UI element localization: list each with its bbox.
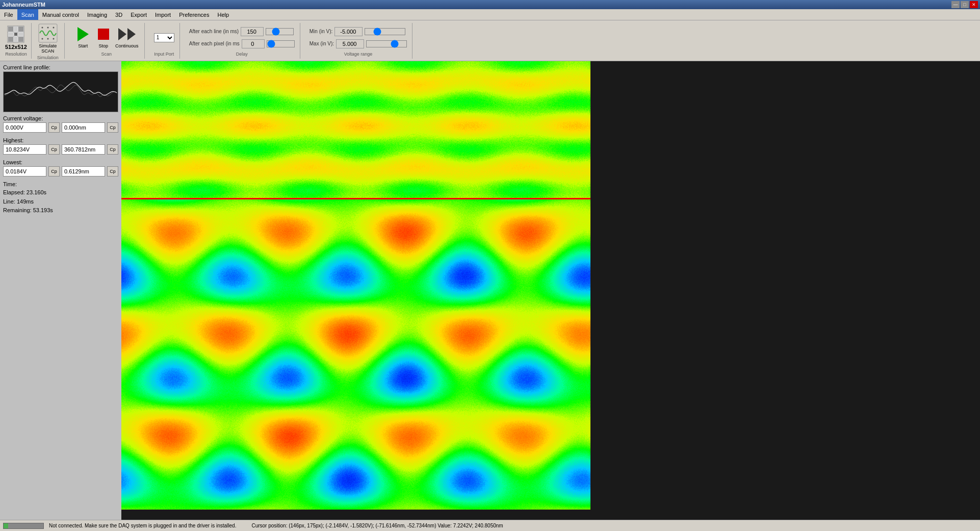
highest-cp1[interactable]: Cp xyxy=(48,144,60,155)
svg-rect-8 xyxy=(8,33,13,36)
after-pixel-row: After each pixel (in ms xyxy=(189,39,295,48)
close-button[interactable]: ✕ xyxy=(970,1,978,8)
title-text: JohanneumSTM xyxy=(2,2,45,8)
current-voltage-cp2[interactable]: Cp xyxy=(107,122,118,133)
menu-file[interactable]: File xyxy=(0,9,17,20)
highest-value2: 360.7812nm xyxy=(62,144,105,155)
scan-area[interactable] xyxy=(121,61,590,520)
window-controls: — □ ✕ xyxy=(951,1,978,8)
title-bar: JohanneumSTM — □ ✕ xyxy=(0,0,980,9)
status-text: Not connected. Make sure the DAQ system … xyxy=(49,523,236,528)
minimize-button[interactable]: — xyxy=(951,1,960,8)
line-profile-section: Current line profile: xyxy=(3,64,118,112)
min-voltage-slider[interactable] xyxy=(365,28,405,35)
simulate-icon xyxy=(38,23,58,43)
continuous-icon xyxy=(118,28,136,40)
after-pixel-input[interactable] xyxy=(242,39,265,48)
svg-point-20 xyxy=(53,38,54,39)
resolution-label: Resolution xyxy=(5,52,27,57)
simulation-group-label: Simulation xyxy=(37,55,59,60)
after-line-slider[interactable] xyxy=(266,28,294,35)
lowest-cp1[interactable]: Cp xyxy=(48,166,60,176)
max-voltage-input[interactable] xyxy=(336,39,364,48)
svg-rect-7 xyxy=(18,27,23,32)
current-voltage-row: 0.000V Cp 0.000nm Cp xyxy=(3,122,118,133)
lowest-value2: 0.6129nm xyxy=(62,166,105,176)
input-port-select[interactable]: 1 2 3 4 xyxy=(154,33,174,42)
current-voltage-label: Current voltage: xyxy=(3,115,118,121)
menu-3d[interactable]: 3D xyxy=(111,9,126,20)
stop-button[interactable]: Stop xyxy=(94,25,113,48)
lowest-row: 0.0184V Cp 0.6129nm Cp xyxy=(3,166,118,176)
progress-bar-fill xyxy=(4,523,8,528)
menu-imaging[interactable]: Imaging xyxy=(83,9,111,20)
max-label: Max (in V): xyxy=(310,41,334,46)
scan-buttons: Start Stop Continuous xyxy=(74,25,139,48)
svg-rect-9 xyxy=(14,33,17,36)
input-port-group: 1 2 3 4 Input Port xyxy=(149,23,180,59)
time-values: Elapsed: 23.160s Line: 149ms Remaining: … xyxy=(3,188,118,215)
current-voltage-value2: 0.000nm xyxy=(62,122,105,133)
scan-group: Start Stop Continuous Scan xyxy=(69,23,145,59)
current-voltage-value1: 0.000V xyxy=(3,122,46,133)
lowest-value1: 0.0184V xyxy=(3,166,46,176)
svg-rect-10 xyxy=(18,33,23,36)
status-bar: Not connected. Make sure the DAQ system … xyxy=(0,520,980,531)
start-label: Start xyxy=(78,43,88,48)
max-voltage-slider[interactable] xyxy=(366,40,407,47)
simulate-button[interactable]: SimulateSCAN xyxy=(36,23,60,55)
min-label: Min (in V): xyxy=(310,29,333,34)
menu-manual-control[interactable]: Manual control xyxy=(38,9,83,20)
min-voltage-input[interactable] xyxy=(334,27,363,36)
cursor-info: Cursor position: (146px, 175px); (-2.148… xyxy=(251,523,503,528)
right-panel xyxy=(590,61,980,520)
left-panel: Current line profile: Current voltage: 0… xyxy=(0,61,121,520)
resolution-value: 512x512 xyxy=(5,44,27,50)
menu-export[interactable]: Export xyxy=(126,9,151,20)
resolution-group: 512x512 Resolution xyxy=(3,23,32,59)
svg-rect-6 xyxy=(14,27,17,32)
svg-point-19 xyxy=(47,38,48,39)
continuous-button[interactable]: Continuous xyxy=(115,25,139,48)
menu-scan[interactable]: Scan xyxy=(17,9,38,20)
max-voltage-row: Max (in V): xyxy=(310,39,407,48)
start-icon xyxy=(78,27,89,41)
scan-group-label: Scan xyxy=(74,52,139,57)
profile-svg xyxy=(4,72,118,112)
menu-bar: File Scan Manual control Imaging 3D Expo… xyxy=(0,9,980,20)
start-button[interactable]: Start xyxy=(74,25,92,48)
simulate-label: SimulateSCAN xyxy=(39,43,57,55)
svg-rect-12 xyxy=(14,37,17,42)
after-pixel-slider[interactable] xyxy=(267,40,295,47)
simulation-group: SimulateSCAN Simulation xyxy=(36,23,65,59)
voltage-range-label: Voltage range xyxy=(310,52,407,57)
stop-label: Stop xyxy=(99,43,109,48)
remaining-time: Remaining: 53.193s xyxy=(3,206,118,215)
svg-point-15 xyxy=(41,27,43,28)
time-label: Time: xyxy=(3,181,118,187)
main-content: Current line profile: Current voltage: 0… xyxy=(0,61,980,520)
line-profile-canvas xyxy=(3,71,118,112)
line-time: Line: 149ms xyxy=(3,197,118,207)
voltage-range-group: Min (in V): Max (in V): Voltage range xyxy=(304,23,412,59)
after-line-input[interactable] xyxy=(241,27,264,36)
time-section: Time: Elapsed: 23.160s Line: 149ms Remai… xyxy=(3,181,118,215)
maximize-button[interactable]: □ xyxy=(961,1,969,8)
svg-rect-5 xyxy=(8,27,13,32)
svg-rect-13 xyxy=(18,37,23,42)
after-line-label: After each line (in ms) xyxy=(189,29,239,34)
menu-import[interactable]: Import xyxy=(151,9,175,20)
progress-bar-container xyxy=(3,523,44,529)
elapsed-time: Elapsed: 23.160s xyxy=(3,188,118,197)
svg-rect-11 xyxy=(8,37,13,42)
scan-line xyxy=(121,198,590,199)
menu-preferences[interactable]: Preferences xyxy=(175,9,213,20)
current-voltage-cp1[interactable]: Cp xyxy=(48,122,60,133)
lowest-label: Lowest: xyxy=(3,159,118,165)
highest-cp2[interactable]: Cp xyxy=(107,144,118,155)
current-voltage-section: Current voltage: 0.000V Cp 0.000nm Cp xyxy=(3,115,118,134)
menu-help[interactable]: Help xyxy=(213,9,233,20)
stop-icon xyxy=(98,29,109,40)
delay-label: Delay xyxy=(189,52,295,57)
lowest-cp2[interactable]: Cp xyxy=(107,166,118,176)
